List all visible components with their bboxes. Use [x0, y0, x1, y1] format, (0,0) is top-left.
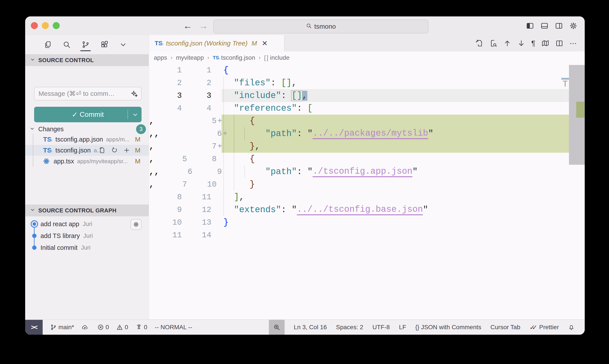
partial-tab-hint: T [561, 78, 569, 89]
layout-sidebar-left-icon[interactable] [526, 22, 534, 30]
status-cloud-upload[interactable] [82, 324, 90, 331]
open-file-icon[interactable] [99, 147, 106, 154]
remote-indicator[interactable]: >< [25, 320, 43, 335]
commit-author: Juri [83, 233, 93, 239]
change-row-app.tsx[interactable]: app.tsx apps/myviteapp/sr... M [25, 156, 149, 167]
code-line[interactable]: 11 14 [149, 229, 585, 242]
editor-area: TS tsconfig.json (Working Tree) M ✕ ¶⋯ a… [149, 35, 585, 320]
source-control-header[interactable]: SOURCE CONTROL [25, 54, 154, 66]
diff-added-marker: + [217, 142, 229, 151]
minimize-window-button[interactable] [42, 22, 49, 29]
code-line[interactable]: 3 3 "include": [], [149, 89, 585, 102]
commit-author: Juri [81, 244, 91, 251]
pilcrow-icon[interactable]: ¶ [531, 39, 535, 48]
file-search-icon[interactable] [489, 39, 497, 47]
status-lf[interactable]: LF [399, 324, 406, 331]
commit-author: Juri [83, 221, 92, 228]
open-changes-icon[interactable] [475, 39, 483, 47]
tab-bar: TS tsconfig.json (Working Tree) M ✕ ¶⋯ [149, 35, 585, 52]
code-line[interactable]: 9 12 "extends": "../../tsconfig.base.jso… [149, 203, 585, 216]
chevron-down-icon [30, 57, 35, 64]
commit-dot [32, 246, 37, 250]
status-prettier[interactable]: ✓✓Prettier [529, 324, 559, 331]
activity-extensions[interactable] [100, 35, 108, 54]
status-bell[interactable] [568, 324, 576, 331]
line-number-original: 8 [149, 193, 182, 202]
discard-icon[interactable] [111, 147, 118, 154]
activity-source-control[interactable] [82, 35, 90, 54]
tree-indent-guide [33, 145, 33, 156]
status-json-with-comments[interactable]: {}JSON with Comments [415, 324, 481, 331]
changes-section-header[interactable]: Changes 3 [25, 125, 153, 133]
modified-badge: M [135, 147, 141, 154]
close-window-button[interactable] [31, 22, 38, 29]
braces-icon: {} [415, 324, 419, 331]
commit-row[interactable]: add react app Juri [25, 218, 149, 230]
line-number-modified: 4 [182, 104, 211, 113]
status-ln-3-col-16[interactable]: Ln 3, Col 16 [294, 324, 327, 331]
line-number-original: 9 [149, 205, 182, 214]
arrow-down-icon[interactable] [517, 39, 525, 47]
code-line[interactable]: 1 1 { [149, 64, 585, 77]
commit-button[interactable]: ✓ Commit [34, 107, 142, 122]
ellipsis-icon[interactable]: ⋯ [570, 39, 577, 48]
forward-arrow-icon[interactable]: → [199, 21, 208, 31]
breadcrumb-item-include[interactable]: [ ]include [264, 54, 289, 61]
line-number-modified: 11 [182, 193, 211, 202]
code-line[interactable]: ,, 6 9 "path": "./tsconfig.app.json" [149, 165, 585, 178]
sparkle-icon[interactable] [130, 90, 138, 98]
breadcrumb-item-tsconfig.json[interactable]: TStsconfig.json [213, 54, 255, 61]
back-arrow-icon[interactable]: ← [183, 21, 192, 31]
activity-files[interactable] [44, 35, 52, 54]
code-line[interactable]: ,, 6 + "path": "../../packages/mytslib" [149, 127, 585, 140]
status-0[interactable]: 0 [97, 324, 109, 331]
maximize-window-button[interactable] [53, 22, 60, 29]
app-window: ← → tsmono SOURCE CONTROL ✓ Commit Chang… [25, 16, 585, 335]
code-line[interactable]: 8 11 ], [149, 191, 585, 203]
layout-panel-icon[interactable] [541, 22, 548, 30]
status-spaces-2[interactable]: Spaces: 2 [336, 324, 363, 331]
breadcrumb-separator: › [259, 54, 260, 61]
arrow-up-icon[interactable] [503, 39, 511, 47]
breadcrumb-item-apps[interactable]: apps [154, 54, 167, 61]
activity-chevron-down[interactable] [119, 35, 127, 54]
commit-message-input[interactable] [34, 87, 142, 100]
tree-indent-guide [33, 156, 33, 167]
close-icon[interactable]: ✕ [262, 39, 268, 48]
code-line[interactable]: 10 13 } [149, 216, 585, 229]
zoom-in-button[interactable] [269, 320, 285, 335]
commit-dropdown-button[interactable] [132, 107, 139, 122]
line-number-modified: 5 [187, 117, 217, 126]
stage-icon[interactable] [123, 147, 130, 154]
goto-head-button[interactable] [130, 219, 142, 230]
code-line[interactable]: 2 2 "files": [], [149, 77, 585, 89]
tsconfig-file-icon: TS [155, 40, 163, 46]
status-normal[interactable]: -- NORMAL -- [155, 324, 192, 331]
code-line[interactable]: , 7 10 } [149, 178, 585, 191]
code-line[interactable]: , 7 + }, [149, 140, 585, 153]
layout-sidebar-right-icon[interactable] [555, 22, 563, 30]
code-line[interactable]: , 5 8 { [149, 153, 585, 165]
commit-row[interactable]: add TS library Juri [25, 230, 149, 242]
line-number-original: 11 [149, 231, 182, 240]
breadcrumb-item-myviteapp[interactable]: myviteapp [176, 54, 204, 61]
sidebar: SOURCE CONTROL ✓ Commit Changes 3 TS tsc… [25, 35, 149, 320]
tab-tsconfig-working-tree[interactable]: TS tsconfig.json (Working Tree) M ✕ [149, 35, 285, 52]
status-0[interactable]: 0 [136, 324, 147, 331]
status-utf-8[interactable]: UTF-8 [373, 324, 390, 331]
map-icon[interactable] [541, 39, 549, 47]
line-number-modified: 12 [182, 205, 211, 214]
gear-icon[interactable] [570, 22, 577, 30]
command-center-search[interactable]: tsmono [213, 19, 428, 33]
split-editor-icon[interactable] [555, 39, 563, 47]
change-row-tsconfig.json[interactable]: TS tsconfig.json a... M [25, 145, 149, 156]
activity-search[interactable] [63, 35, 71, 54]
change-row-tsconfig.app.json[interactable]: TS tsconfig.app.json apps/m... M [25, 134, 149, 145]
status-cursor-tab[interactable]: Cursor Tab [491, 324, 520, 331]
commit-row[interactable]: Initial commit Juri [25, 242, 149, 254]
code-line[interactable]: 4 4 "references": [ [149, 102, 585, 115]
status-0[interactable]: 0 [116, 324, 128, 331]
status-main[interactable]: main* [50, 324, 74, 331]
source-control-graph-header[interactable]: SOURCE CONTROL GRAPH [25, 205, 154, 216]
code-line[interactable]: , 5 + { [149, 115, 585, 127]
